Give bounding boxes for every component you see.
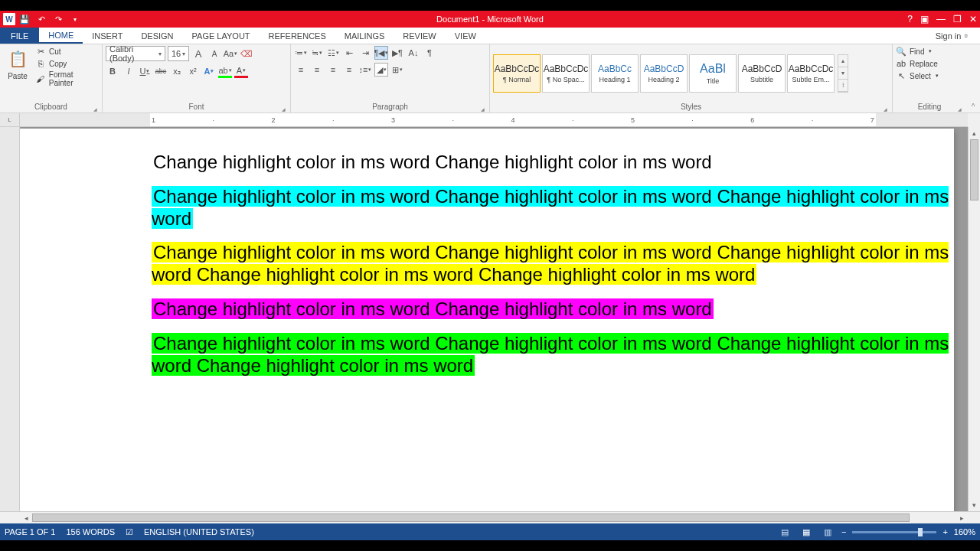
format-painter-button[interactable]: 🖌Format Painter [35, 70, 99, 87]
close-button[interactable]: ✕ [969, 14, 977, 24]
qat-customize[interactable]: ▾ [67, 11, 83, 27]
cut-button[interactable]: ✂Cut [35, 46, 99, 57]
mailings-tab[interactable]: MAILINGS [335, 28, 394, 44]
font-name-combo[interactable]: Calibri (Body) [106, 46, 165, 61]
home-tab[interactable]: HOME [39, 28, 83, 44]
underline-button[interactable]: U [138, 64, 152, 78]
show-paragraph-button[interactable]: ¶ [423, 46, 436, 60]
shading-button[interactable]: ◢ [374, 63, 388, 77]
ltr-direction-button[interactable]: ¶◀ [374, 46, 388, 60]
cursor-icon: ↖ [896, 70, 906, 81]
increase-indent-button[interactable]: ⇥ [358, 46, 372, 60]
document-paragraph[interactable]: Change highlight color in ms word Change… [152, 186, 954, 230]
clear-formatting-button[interactable]: ⌫ [240, 47, 253, 60]
zoom-slider[interactable] [852, 531, 936, 533]
strikethrough-button[interactable]: abc [154, 64, 168, 78]
bold-button[interactable]: B [106, 64, 119, 78]
borders-button[interactable]: ⊞ [390, 63, 404, 77]
insert-tab[interactable]: INSERT [83, 28, 132, 44]
vertical-ruler[interactable] [0, 127, 20, 511]
grow-font-button[interactable]: A [191, 47, 205, 60]
style-tile-subtitle[interactable]: AaBbCcDSubtitle [738, 54, 786, 93]
read-mode-button[interactable]: ▤ [777, 526, 792, 538]
find-icon: 🔍 [896, 46, 906, 57]
style-tile-subtle-em---[interactable]: AaBbCcDcSubtle Em... [787, 54, 835, 93]
word-count[interactable]: 156 WORDS [66, 527, 115, 536]
change-case-button[interactable]: Aa [224, 47, 237, 60]
help-button[interactable]: ? [907, 14, 913, 24]
view-tab[interactable]: VIEW [446, 28, 485, 44]
style-tile-title[interactable]: AaBlTitle [689, 54, 737, 93]
review-tab[interactable]: REVIEW [394, 28, 445, 44]
text-effects-button[interactable]: A [202, 64, 216, 78]
page-indicator[interactable]: PAGE 1 OF 1 [5, 527, 55, 536]
design-tab[interactable]: DESIGN [132, 28, 182, 44]
document-paragraph[interactable]: Change highlight color in ms word Change… [152, 242, 954, 286]
vertical-scrollbar[interactable]: ▴ ▾ [968, 127, 980, 511]
language-indicator[interactable]: ENGLISH (UNITED STATES) [144, 527, 254, 536]
replace-button[interactable]: abReplace [896, 58, 939, 69]
document-page[interactable]: Change highlight color in ms word Change… [20, 129, 954, 511]
save-button[interactable]: 💾 [17, 11, 32, 27]
style-tile---normal[interactable]: AaBbCcDc¶ Normal [493, 54, 541, 93]
font-color-button[interactable]: A [234, 64, 248, 78]
justify-button[interactable]: ≡ [342, 63, 356, 77]
zoom-level[interactable]: 160% [954, 527, 975, 536]
minimize-button[interactable]: — [936, 14, 946, 24]
align-left-button[interactable]: ≡ [294, 63, 308, 77]
zoom-in-button[interactable]: + [942, 527, 947, 536]
clipboard-icon: 📋 [6, 47, 29, 70]
superscript-button[interactable]: x² [186, 64, 200, 78]
sort-button[interactable]: A↓ [407, 46, 420, 60]
multilevel-list-button[interactable]: ☷ [326, 46, 340, 60]
find-button[interactable]: 🔍Find▾ [896, 46, 939, 57]
collapse-ribbon-button[interactable]: ^ [966, 44, 980, 112]
status-bar: PAGE 1 OF 1 156 WORDS ☑ ENGLISH (UNITED … [0, 523, 980, 540]
sign-in-link[interactable]: Sign in [923, 28, 980, 44]
page-layout-tab[interactable]: PAGE LAYOUT [183, 28, 260, 44]
decrease-indent-button[interactable]: ⇤ [342, 46, 356, 60]
print-layout-button[interactable]: ▦ [799, 526, 814, 538]
replace-icon: ab [896, 58, 906, 69]
document-paragraph[interactable]: Change highlight color in ms word Change… [152, 152, 954, 174]
style-tile-heading-2[interactable]: AaBbCcDHeading 2 [640, 54, 688, 93]
scissors-icon: ✂ [35, 46, 46, 57]
style-tile-heading-1[interactable]: AaBbCcHeading 1 [591, 54, 639, 93]
shrink-font-button[interactable]: A [207, 47, 221, 60]
file-tab[interactable]: FILE [0, 28, 39, 44]
select-button[interactable]: ↖Select▾ [896, 70, 939, 81]
document-paragraph[interactable]: Change highlight color in ms word Change… [152, 298, 954, 321]
references-tab[interactable]: REFERENCES [260, 28, 335, 44]
style-tile---no-spac---[interactable]: AaBbCcDc¶ No Spac... [542, 54, 590, 93]
title-bar: W 💾 ↶ ↷ ▾ Document1 - Microsoft Word ? ▣… [0, 11, 980, 28]
zoom-out-button[interactable]: − [841, 527, 846, 536]
proofing-icon[interactable]: ☑ [126, 527, 133, 537]
line-spacing-button[interactable]: ↕≡ [358, 63, 372, 77]
paste-button[interactable]: 📋 Paste [3, 46, 32, 82]
horizontal-ruler[interactable]: 1·2·3·4·5·6·7 [20, 113, 968, 127]
restore-button[interactable]: ❐ [953, 14, 962, 24]
italic-button[interactable]: I [122, 64, 136, 78]
highlight-color-button[interactable]: ab [218, 64, 232, 78]
ribbon-display-button[interactable]: ▣ [920, 14, 929, 24]
clipboard-group-label: Clipboard [3, 101, 99, 112]
word-app-icon: W [3, 13, 15, 25]
ribbon-tabs: FILE HOME INSERT DESIGN PAGE LAYOUT REFE… [0, 28, 980, 44]
styles-scroll[interactable]: ▴▾⁞ [838, 54, 848, 93]
web-layout-button[interactable]: ▥ [820, 526, 835, 538]
redo-button[interactable]: ↷ [51, 11, 66, 27]
ribbon: 📋 Paste ✂Cut ⎘Copy 🖌Format Painter Clipb… [0, 44, 980, 113]
numbering-button[interactable]: ≒ [310, 46, 324, 60]
copy-button[interactable]: ⎘Copy [35, 58, 99, 69]
document-paragraph[interactable]: Change highlight color in ms word Change… [152, 333, 954, 377]
styles-gallery[interactable]: AaBbCcDc¶ NormalAaBbCcDc¶ No Spac...AaBb… [493, 54, 835, 93]
font-size-combo[interactable]: 16 [168, 46, 189, 61]
undo-button[interactable]: ↶ [34, 11, 49, 27]
editing-group-label: Editing [896, 101, 963, 112]
horizontal-scrollbar[interactable]: ◂ ▸ [0, 511, 980, 523]
subscript-button[interactable]: x₂ [170, 64, 184, 78]
align-center-button[interactable]: ≡ [310, 63, 324, 77]
align-right-button[interactable]: ≡ [326, 63, 340, 77]
bullets-button[interactable]: ≔ [294, 46, 308, 60]
rtl-direction-button[interactable]: ▶¶ [390, 46, 404, 60]
